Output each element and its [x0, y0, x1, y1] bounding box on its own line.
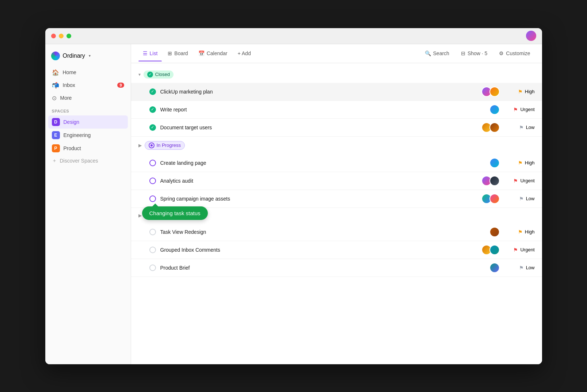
task-priority: ⚑ Urgent	[506, 107, 535, 113]
task-name: Create landing page	[160, 160, 489, 166]
priority-label: Low	[526, 125, 535, 130]
workspace-name: Ordinary	[63, 53, 85, 59]
chevron-down-icon: ▾	[138, 72, 141, 77]
maximize-button[interactable]	[66, 34, 71, 38]
progress-status-icon	[149, 142, 155, 148]
avatar	[489, 194, 500, 204]
task-row[interactable]: Changing task status Spring campaign ima…	[131, 190, 542, 208]
circle-icon	[149, 178, 156, 184]
task-assignees	[489, 227, 500, 237]
task-row[interactable]: ⠿ ✓ ClickUp marketing plan ⚑ High	[131, 83, 542, 101]
task-status-circle[interactable]	[149, 247, 156, 253]
tab-calendar-label: Calendar	[207, 50, 228, 56]
search-button[interactable]: 🔍 Search	[420, 48, 454, 58]
task-status-circle[interactable]	[149, 229, 156, 235]
task-name: Write report	[160, 107, 489, 113]
task-status-closed[interactable]: ✓	[149, 124, 156, 131]
task-status-changing[interactable]: Changing task status	[149, 195, 156, 202]
priority-label: Urgent	[520, 178, 534, 183]
toolbar: ☰ List ⊞ Board 📅 Calendar + Add 🔍	[131, 44, 542, 63]
check-icon: ✓	[149, 124, 156, 131]
avatar	[489, 176, 500, 186]
inbox-badge: 9	[117, 83, 124, 88]
user-avatar[interactable]	[526, 31, 536, 41]
task-assignees	[481, 87, 500, 97]
task-priority: ⚑ Urgent	[506, 247, 535, 253]
task-status-circle[interactable]	[149, 264, 156, 271]
circle-icon	[149, 160, 156, 166]
task-row[interactable]: Grouped Inbox Comments ⚑ Urgent	[131, 241, 542, 259]
discover-spaces[interactable]: ＋ Discover Spaces	[45, 155, 131, 167]
group-header-in-progress[interactable]: ▶ In Progress	[131, 137, 542, 154]
tab-list[interactable]: ☰ List	[138, 48, 162, 58]
sidebar-item-more[interactable]: ⊙ More	[48, 92, 128, 104]
board-icon: ⊞	[168, 50, 172, 56]
task-list: ▾ ✓ Closed ⠿ ✓ ClickUp marketing plan	[131, 63, 542, 364]
avatar	[489, 87, 500, 97]
main-content: ☰ List ⊞ Board 📅 Calendar + Add 🔍	[131, 44, 542, 364]
flag-icon: ⚑	[513, 247, 518, 253]
task-priority: ⚑ Urgent	[506, 178, 535, 184]
workspace-logo[interactable]: Ordinary ▾	[45, 49, 131, 66]
home-icon: 🏠	[52, 69, 59, 76]
flag-icon: ⚑	[519, 196, 524, 202]
tab-board-label: Board	[174, 50, 188, 56]
flag-icon: ⚑	[518, 89, 523, 95]
app-window: Ordinary ▾ 🏠 Home 📬 Inbox 9 ⊙ More Sp	[45, 28, 542, 364]
show-label: Show · 5	[468, 50, 487, 56]
chevron-right-icon: ▶	[138, 213, 142, 218]
priority-label: Low	[526, 265, 535, 270]
sidebar-item-product[interactable]: P Product	[48, 142, 128, 155]
design-space-icon: D	[52, 118, 60, 126]
task-row[interactable]: Create landing page ⚑ High	[131, 154, 542, 172]
task-status-circle[interactable]	[149, 178, 156, 184]
task-assignees	[481, 176, 500, 186]
avatar	[489, 263, 500, 273]
close-button[interactable]	[51, 34, 56, 38]
show-icon: ⊟	[461, 50, 465, 56]
priority-label: Urgent	[520, 247, 534, 252]
logo-icon	[51, 52, 60, 60]
task-row[interactable]: ✓ Document target users ⚑ Low	[131, 119, 542, 137]
list-icon: ☰	[143, 50, 148, 56]
avatar	[489, 158, 500, 168]
priority-label: High	[525, 89, 535, 94]
customize-label: Customize	[506, 50, 530, 56]
discover-spaces-label: Discover Spaces	[60, 158, 98, 164]
tab-board[interactable]: ⊞ Board	[163, 48, 192, 58]
tab-calendar[interactable]: 📅 Calendar	[194, 48, 232, 58]
task-status-closed[interactable]: ✓	[149, 106, 156, 113]
sidebar-item-home[interactable]: 🏠 Home	[48, 66, 128, 79]
task-row[interactable]: Analytics audit ⚑ Urgent	[131, 172, 542, 190]
circle-icon	[149, 229, 156, 235]
check-icon: ✓	[149, 106, 156, 113]
add-view-button[interactable]: + Add	[233, 48, 255, 58]
toolbar-right: 🔍 Search ⊟ Show · 5 ⚙ Customize	[420, 48, 535, 58]
task-name: Analytics audit	[160, 178, 481, 184]
task-assignees	[481, 194, 500, 204]
product-space-icon: P	[52, 144, 60, 152]
task-status-circle[interactable]	[149, 160, 156, 166]
priority-label: High	[525, 160, 535, 165]
task-name: Product Brief	[160, 265, 489, 271]
minimize-button[interactable]	[59, 34, 64, 38]
task-row[interactable]: Product Brief ⚑ Low	[131, 259, 542, 277]
task-priority: ⚑ High	[506, 160, 535, 166]
customize-button[interactable]: ⚙ Customize	[495, 48, 534, 58]
sidebar-item-inbox[interactable]: 📬 Inbox 9	[48, 79, 128, 92]
spaces-header: Spaces	[45, 104, 131, 115]
task-row[interactable]: ✓ Write report ⚑ Urgent	[131, 101, 542, 119]
sidebar-item-design[interactable]: D Design	[48, 115, 128, 129]
sidebar-item-engineering[interactable]: E Engineering	[48, 129, 128, 142]
task-assignees	[489, 158, 500, 168]
show-button[interactable]: ⊟ Show · 5	[457, 48, 492, 58]
task-assignees	[481, 245, 500, 255]
calendar-icon: 📅	[198, 50, 205, 56]
group-header-closed[interactable]: ▾ ✓ Closed	[131, 66, 542, 83]
task-assignees	[489, 263, 500, 273]
check-icon: ✓	[149, 88, 156, 95]
task-row[interactable]: Task View Redesign ⚑ High	[131, 223, 542, 241]
task-name: Document target users	[160, 125, 481, 130]
task-status-closed[interactable]: ✓	[149, 88, 156, 95]
circle-icon	[149, 264, 156, 271]
